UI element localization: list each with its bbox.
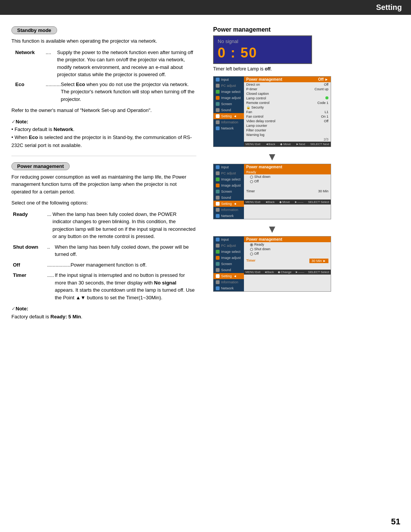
shutdown-term: Shut down — [13, 243, 47, 258]
menu-header-2: Power management — [244, 164, 331, 170]
sidebar-imageselect-3: Image select — [213, 249, 244, 255]
sidebar-network-2: Network — [213, 213, 244, 219]
menu-row-remotecontrol: Remote controlCode 1 — [244, 101, 331, 105]
menu-footer-3: MENU Exit◄Back◆ Change►------SELECT Sele… — [244, 270, 331, 275]
sidebar-sound-3: Sound — [213, 267, 244, 273]
sidebar-pcadjust-2: PC adjust — [213, 170, 244, 176]
menu-screenshot-2: Input PC adjust Image select Image adjus… — [213, 164, 331, 219]
menu-row-timer-2: Timer30 Min — [244, 189, 331, 193]
shutdown-definition: Shut down .. When the lamp has been full… — [13, 243, 196, 258]
pm-badge: Power management — [11, 162, 70, 170]
sidebar-setting-3: Setting ◄ — [213, 273, 244, 279]
select-text: Select one of the following options: — [11, 199, 196, 207]
sidebar-network-3: Network — [213, 285, 244, 291]
sidebar-input-2: Input — [213, 164, 244, 170]
menu-row-shutdown-3: Shut down — [244, 247, 331, 251]
menu-header-3: Power management — [244, 236, 331, 242]
network-desc: Supply the power to the network function… — [57, 49, 196, 78]
ready-term: Ready — [13, 211, 47, 240]
shutdown-desc: When the lamp has been fully cooled down… — [55, 243, 196, 258]
arrow-down-1: ▼ — [213, 151, 331, 163]
pm-right-title: Power management — [213, 26, 403, 33]
arrow-down-2: ▼ — [213, 223, 331, 235]
refer-text: Refer to the owner's manual of "Network … — [11, 107, 196, 114]
page-header: Setting — [0, 0, 411, 15]
sidebar-input-1: Input — [213, 77, 244, 83]
sidebar-screen-2: Screen — [213, 189, 244, 195]
menu-sidebar-1: Input PC adjust Image select Image adjus… — [213, 77, 244, 147]
menu-row-timer-3: Timer 30 Min ► — [244, 258, 331, 264]
sidebar-screen-3: Screen — [213, 261, 244, 267]
menu-main-1: Power management Off ► Direct onOff P-ti… — [244, 77, 331, 147]
sidebar-imageadjust-3: Image adjust — [213, 255, 244, 261]
menu-header-1: Power management Off ► — [244, 77, 331, 82]
menu-footer-1: MENU Exit◄Back◆ Move►NextSELECT Next — [244, 142, 331, 147]
sidebar-sound-2: Sound — [213, 195, 244, 201]
sidebar-setting-1: Setting ◄ — [213, 113, 244, 119]
menu-sidebar-2: Input PC adjust Image select Image adjus… — [213, 164, 244, 219]
right-column: Power management No signal 0 : 50 Timer … — [206, 22, 411, 328]
note-title-1: ✓Note: — [11, 118, 196, 126]
network-term: Network — [15, 49, 46, 78]
menu-main-3: Power management Ready Shut down Off Tim… — [244, 236, 331, 291]
section-divider — [11, 156, 196, 156]
menu-row-ready-3: Ready — [244, 242, 331, 247]
off-desc: Power management function is off. — [70, 261, 196, 269]
pm-timer-caption: Timer left before Lamp is off. — [213, 66, 403, 72]
menu-row-security: 🔒 Security — [244, 105, 331, 110]
timer-definition: Timer ..... If the input signal is inter… — [13, 272, 196, 301]
ready-desc: When the lamp has been fully cooled down… — [53, 211, 196, 240]
sidebar-imageadjust-1: Image adjust — [213, 95, 244, 101]
note-1: • Factory default is Network. — [11, 126, 196, 134]
off-term: Off — [13, 261, 47, 269]
network-dots: .... — [46, 49, 57, 78]
menu-row-closedcaption: Closed caption — [244, 91, 331, 96]
sidebar-information-3: Information — [213, 279, 244, 285]
off-dots: ................. — [47, 261, 70, 269]
standby-mode-badge: Standby mode — [11, 26, 57, 34]
menu-row-lampcounter: Lamp counter — [244, 123, 331, 128]
timer-term: Timer — [13, 272, 47, 301]
eco-desc-bold: Eco — [76, 81, 85, 87]
power-management-left-section: Power management For reducing power cons… — [11, 162, 196, 321]
note-2: • When Eco is selected and the projector… — [11, 134, 196, 150]
pm-note-title: ✓Note: — [11, 305, 196, 313]
pm-timer-display: 0 : 50 — [218, 45, 307, 61]
menu-row-videodelaycontrol: Video delay controlOff — [244, 119, 331, 123]
pm-factory-default: Factory default is Ready: 5 Min. — [11, 313, 196, 321]
sidebar-pcadjust-3: PC adjust — [213, 243, 244, 249]
standby-mode-section: Standby mode This function is available … — [11, 26, 196, 150]
menu-screenshot-3: Input PC adjust Image select Image adjus… — [213, 236, 331, 292]
main-content: Standby mode This function is available … — [0, 15, 411, 335]
sidebar-information-1: Information — [213, 119, 244, 125]
page-number: 51 — [391, 517, 400, 527]
sidebar-setting-2: Setting ◄ — [213, 201, 244, 207]
timer-dots: ..... — [47, 272, 55, 301]
ready-definition: Ready ... When the lamp has been fully c… — [13, 211, 196, 240]
menu-row-fan: FanL1 — [244, 110, 331, 114]
menu-row-ready-2: Ready — [244, 170, 331, 174]
menu-header-label-1: Power management — [246, 77, 282, 81]
menu-row-off-2: Off — [244, 179, 331, 184]
header-title: Setting — [376, 3, 402, 11]
sidebar-information-2: Information — [213, 207, 244, 213]
sidebar-imageselect-1: Image select — [213, 89, 244, 95]
left-column: Standby mode This function is available … — [0, 22, 206, 328]
menu-row-filtercounter: Filter counter — [244, 128, 331, 133]
sidebar-screen-1: Screen — [213, 101, 244, 107]
standby-intro: This function is available when operatin… — [11, 37, 196, 45]
menu-row-ptimer: P-timerCount up — [244, 87, 331, 91]
sidebar-sound-1: Sound — [213, 107, 244, 113]
menu-row-shutdown-2: Shut down — [244, 174, 331, 179]
menu-row-lampcontrol: Lamp control — [244, 96, 331, 101]
menu-sidebar-3: Input PC adjust Image select Image adjus… — [213, 236, 244, 291]
menu-header-value-1: Off ► — [318, 77, 328, 81]
note-label-1: Note: — [16, 119, 28, 125]
eco-desc: Select Eco when you do not use the proje… — [61, 81, 196, 103]
menu-row-off-3: Off — [244, 251, 331, 256]
standby-notes: ✓Note: • Factory default is Network. • W… — [11, 118, 196, 150]
ready-dots: ... — [47, 211, 53, 240]
sidebar-network-1: Network — [213, 125, 244, 131]
standby-definitions: Network .... Supply the power to the net… — [15, 49, 196, 103]
menu-page-1: 2/3 — [244, 137, 331, 142]
